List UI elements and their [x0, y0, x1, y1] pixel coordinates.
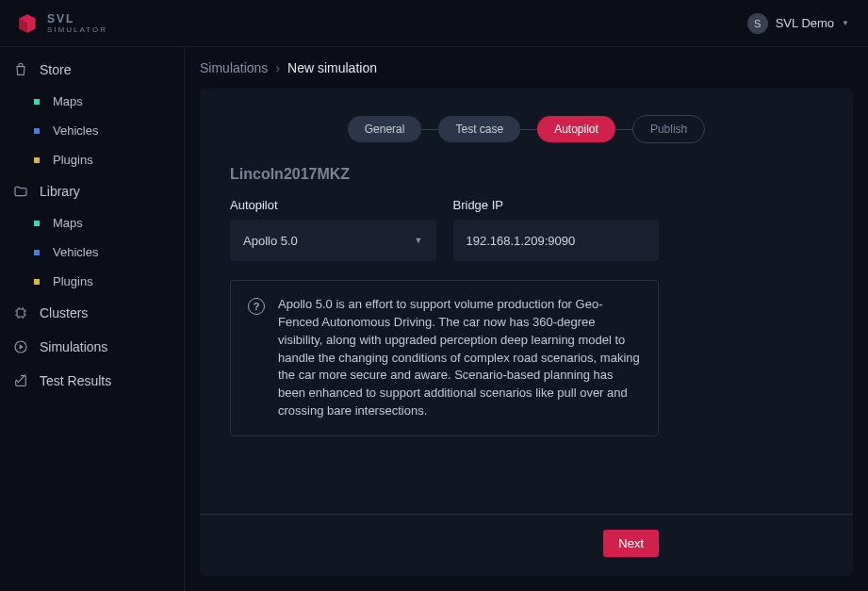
next-button[interactable]: Next [603, 530, 659, 557]
breadcrumb-current: New simulation [287, 60, 377, 75]
panel: General Test case Autopilot Publish Linc… [200, 89, 853, 576]
step-autopilot[interactable]: Autopilot [537, 116, 615, 142]
info-text: Apollo 5.0 is an effort to support volum… [278, 296, 641, 420]
sidebar-item-store-plugins[interactable]: Plugins [0, 145, 184, 174]
avatar: S [747, 13, 768, 34]
sidebar-sub-label: Maps [53, 216, 83, 230]
play-circle-icon [13, 339, 28, 354]
chip-icon [13, 305, 28, 320]
autopilot-label: Autopilot [230, 198, 436, 212]
logo-text: SVL SIMULATOR [47, 13, 107, 34]
bag-icon [13, 62, 28, 77]
check-square-icon [13, 373, 28, 388]
sidebar-label: Store [40, 62, 71, 77]
sidebar-sub-label: Maps [53, 94, 83, 108]
step-line [615, 129, 632, 130]
dot-icon [34, 128, 40, 134]
sidebar-item-library-vehicles[interactable]: Vehicles [0, 238, 184, 267]
stepper: General Test case Autopilot Publish [200, 115, 853, 143]
sidebar-label: Library [40, 184, 80, 199]
dot-icon [34, 221, 40, 226]
user-menu[interactable]: S SVL Demo ▼ [747, 13, 849, 34]
section-title: Lincoln2017MKZ [230, 166, 659, 183]
step-publish[interactable]: Publish [632, 115, 705, 143]
sidebar-item-simulations[interactable]: Simulations [0, 330, 184, 364]
dot-icon [34, 250, 40, 255]
sidebar-item-store-vehicles[interactable]: Vehicles [0, 116, 184, 145]
step-line [520, 129, 537, 130]
sidebar-item-store[interactable]: Store [0, 53, 184, 87]
help-circle-icon: ? [248, 298, 265, 315]
chevron-down-icon: ▼ [842, 19, 849, 27]
sidebar-sub-label: Vehicles [53, 245, 98, 259]
sidebar-sub-label: Plugins [53, 274, 93, 288]
sidebar-sub-label: Plugins [53, 153, 93, 167]
breadcrumb: Simulations › New simulation [185, 47, 868, 89]
breadcrumb-parent[interactable]: Simulations [200, 60, 268, 75]
step-general[interactable]: General [348, 116, 422, 142]
user-name-label: SVL Demo [776, 16, 834, 30]
sidebar-label: Test Results [40, 373, 111, 388]
step-testcase[interactable]: Test case [438, 116, 520, 142]
chevron-right-icon: › [275, 60, 280, 75]
topbar: SVL SIMULATOR S SVL Demo ▼ [0, 0, 868, 47]
bridge-ip-input[interactable] [467, 234, 647, 248]
logo-icon [15, 11, 40, 36]
sidebar-item-library-plugins[interactable]: Plugins [0, 267, 184, 296]
folder-icon [13, 184, 28, 199]
logo[interactable]: SVL SIMULATOR [15, 11, 107, 36]
info-box: ? Apollo 5.0 is an effort to support vol… [230, 280, 659, 436]
autopilot-select[interactable]: Apollo 5.0 ▼ [230, 220, 436, 261]
svg-rect-0 [17, 309, 25, 317]
main-content: Simulations › New simulation General Tes… [185, 47, 868, 591]
sidebar-sub-label: Vehicles [53, 123, 98, 138]
step-line [421, 129, 438, 130]
dot-icon [34, 279, 40, 285]
sidebar-label: Simulations [40, 339, 107, 354]
sidebar-label: Clusters [40, 305, 88, 320]
sidebar-item-library-maps[interactable]: Maps [0, 208, 184, 238]
sidebar-item-clusters[interactable]: Clusters [0, 296, 184, 330]
sidebar-item-test-results[interactable]: Test Results [0, 364, 184, 398]
bridge-label: Bridge IP [453, 198, 660, 212]
dot-icon [34, 157, 40, 163]
bridge-ip-input-wrap [453, 220, 660, 261]
panel-footer: Next [200, 514, 853, 557]
sidebar: Store Maps Vehicles Plugins Library Maps… [0, 47, 185, 591]
autopilot-value: Apollo 5.0 [243, 234, 298, 248]
sidebar-item-store-maps[interactable]: Maps [0, 87, 184, 116]
chevron-down-icon: ▼ [415, 236, 423, 245]
sidebar-item-library[interactable]: Library [0, 174, 184, 208]
dot-icon [34, 99, 40, 105]
